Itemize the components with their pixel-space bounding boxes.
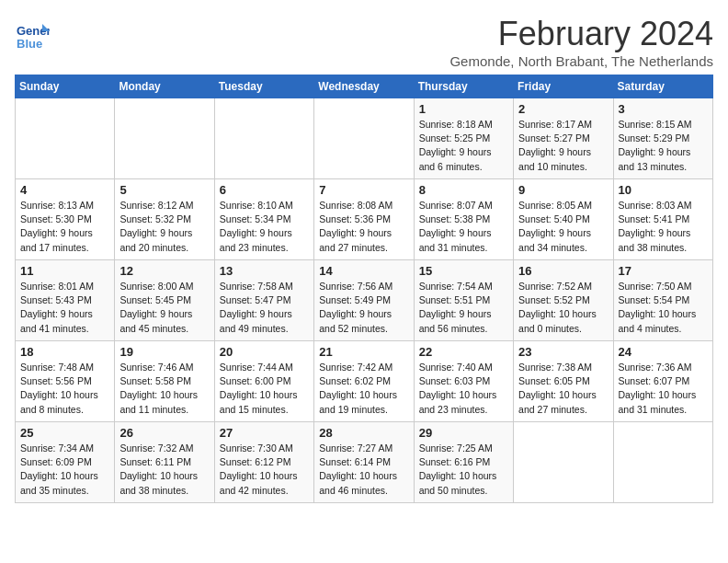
month-title: February 2024 [449,15,713,53]
cell-content: Sunrise: 8:15 AM Sunset: 5:29 PM Dayligh… [619,118,708,174]
cell-content: Sunrise: 7:54 AM Sunset: 5:51 PM Dayligh… [419,280,508,336]
calendar-cell: 10Sunrise: 8:03 AM Sunset: 5:41 PM Dayli… [613,179,712,260]
cell-content: Sunrise: 7:52 AM Sunset: 5:52 PM Dayligh… [518,280,608,336]
day-number: 4 [20,183,109,197]
calendar-cell: 20Sunrise: 7:44 AM Sunset: 6:00 PM Dayli… [214,341,313,422]
cell-content: Sunrise: 8:13 AM Sunset: 5:30 PM Dayligh… [20,199,109,255]
calendar-week-row: 11Sunrise: 8:01 AM Sunset: 5:43 PM Dayli… [16,260,713,341]
day-number: 11 [20,264,109,278]
cell-content: Sunrise: 7:38 AM Sunset: 6:05 PM Dayligh… [518,361,608,417]
calendar-cell: 14Sunrise: 7:56 AM Sunset: 5:49 PM Dayli… [314,260,414,341]
calendar-cell: 27Sunrise: 7:30 AM Sunset: 6:12 PM Dayli… [214,422,313,503]
day-number: 28 [319,426,408,440]
day-number: 1 [419,102,508,116]
cell-content: Sunrise: 7:42 AM Sunset: 6:02 PM Dayligh… [319,361,408,417]
cell-content: Sunrise: 8:03 AM Sunset: 5:41 PM Dayligh… [619,199,708,255]
calendar-cell: 2Sunrise: 8:17 AM Sunset: 5:27 PM Daylig… [514,98,613,179]
day-number: 26 [119,426,209,440]
calendar-cell [115,98,214,179]
calendar-cell: 5Sunrise: 8:12 AM Sunset: 5:32 PM Daylig… [115,179,214,260]
cell-content: Sunrise: 8:10 AM Sunset: 5:34 PM Dayligh… [220,199,309,255]
calendar-week-row: 1Sunrise: 8:18 AM Sunset: 5:25 PM Daylig… [16,98,713,179]
day-number: 29 [419,426,508,440]
day-number: 8 [419,183,508,197]
day-number: 27 [220,426,309,440]
calendar-cell [613,422,712,503]
day-number: 9 [518,183,608,197]
cell-content: Sunrise: 7:44 AM Sunset: 6:00 PM Dayligh… [220,361,309,417]
page-header: General Blue February 2024 Gemonde, Nort… [15,15,713,69]
calendar-cell: 7Sunrise: 8:08 AM Sunset: 5:36 PM Daylig… [314,179,414,260]
cell-content: Sunrise: 7:48 AM Sunset: 5:56 PM Dayligh… [20,361,109,417]
cell-content: Sunrise: 7:40 AM Sunset: 6:03 PM Dayligh… [419,361,508,417]
calendar-cell [214,98,313,179]
day-number: 6 [220,183,309,197]
calendar-week-row: 4Sunrise: 8:13 AM Sunset: 5:30 PM Daylig… [16,179,713,260]
day-number: 19 [119,345,209,359]
day-number: 21 [319,345,408,359]
cell-content: Sunrise: 7:27 AM Sunset: 6:14 PM Dayligh… [319,442,408,498]
cell-content: Sunrise: 8:17 AM Sunset: 5:27 PM Dayligh… [518,118,608,174]
calendar-cell: 19Sunrise: 7:46 AM Sunset: 5:58 PM Dayli… [115,341,214,422]
logo: General Blue [15,18,53,53]
day-number: 22 [419,345,508,359]
day-number: 10 [619,183,708,197]
cell-content: Sunrise: 7:36 AM Sunset: 6:07 PM Dayligh… [619,361,708,417]
weekday-header: Friday [514,75,613,98]
cell-content: Sunrise: 7:30 AM Sunset: 6:12 PM Dayligh… [220,442,309,498]
day-number: 3 [619,102,708,116]
cell-content: Sunrise: 7:46 AM Sunset: 5:58 PM Dayligh… [119,361,209,417]
weekday-header: Tuesday [214,75,313,98]
weekday-header: Monday [115,75,214,98]
calendar-cell: 22Sunrise: 7:40 AM Sunset: 6:03 PM Dayli… [414,341,513,422]
cell-content: Sunrise: 8:01 AM Sunset: 5:43 PM Dayligh… [20,280,109,336]
calendar-table: SundayMondayTuesdayWednesdayThursdayFrid… [15,75,713,503]
cell-content: Sunrise: 8:08 AM Sunset: 5:36 PM Dayligh… [319,199,408,255]
day-number: 17 [619,264,708,278]
day-number: 15 [419,264,508,278]
calendar-cell: 15Sunrise: 7:54 AM Sunset: 5:51 PM Dayli… [414,260,513,341]
cell-content: Sunrise: 7:32 AM Sunset: 6:11 PM Dayligh… [119,442,209,498]
day-number: 18 [20,345,109,359]
calendar-cell [314,98,414,179]
cell-content: Sunrise: 7:56 AM Sunset: 5:49 PM Dayligh… [319,280,408,336]
day-number: 12 [119,264,209,278]
calendar-cell: 6Sunrise: 8:10 AM Sunset: 5:34 PM Daylig… [214,179,313,260]
day-number: 23 [518,345,608,359]
calendar-cell: 21Sunrise: 7:42 AM Sunset: 6:02 PM Dayli… [314,341,414,422]
cell-content: Sunrise: 7:25 AM Sunset: 6:16 PM Dayligh… [419,442,508,498]
weekday-header: Sunday [16,75,115,98]
cell-content: Sunrise: 7:50 AM Sunset: 5:54 PM Dayligh… [619,280,708,336]
calendar-cell: 4Sunrise: 8:13 AM Sunset: 5:30 PM Daylig… [16,179,115,260]
calendar-cell: 23Sunrise: 7:38 AM Sunset: 6:05 PM Dayli… [514,341,613,422]
calendar-cell: 18Sunrise: 7:48 AM Sunset: 5:56 PM Dayli… [16,341,115,422]
calendar-cell: 16Sunrise: 7:52 AM Sunset: 5:52 PM Dayli… [514,260,613,341]
calendar-cell: 8Sunrise: 8:07 AM Sunset: 5:38 PM Daylig… [414,179,513,260]
cell-content: Sunrise: 7:34 AM Sunset: 6:09 PM Dayligh… [20,442,109,498]
calendar-week-row: 18Sunrise: 7:48 AM Sunset: 5:56 PM Dayli… [16,341,713,422]
calendar-cell: 26Sunrise: 7:32 AM Sunset: 6:11 PM Dayli… [115,422,214,503]
location: Gemonde, North Brabant, The Netherlands [449,53,713,69]
svg-text:Blue: Blue [17,37,42,51]
day-number: 2 [518,102,608,116]
calendar-cell: 3Sunrise: 8:15 AM Sunset: 5:29 PM Daylig… [613,98,712,179]
calendar-cell [16,98,115,179]
day-number: 20 [220,345,309,359]
calendar-cell: 9Sunrise: 8:05 AM Sunset: 5:40 PM Daylig… [514,179,613,260]
weekday-header: Thursday [414,75,513,98]
calendar-cell: 24Sunrise: 7:36 AM Sunset: 6:07 PM Dayli… [613,341,712,422]
cell-content: Sunrise: 8:00 AM Sunset: 5:45 PM Dayligh… [119,280,209,336]
cell-content: Sunrise: 7:58 AM Sunset: 5:47 PM Dayligh… [220,280,309,336]
calendar-cell: 29Sunrise: 7:25 AM Sunset: 6:16 PM Dayli… [414,422,513,503]
day-number: 14 [319,264,408,278]
logo-icon: General Blue [15,18,50,53]
calendar-week-row: 25Sunrise: 7:34 AM Sunset: 6:09 PM Dayli… [16,422,713,503]
cell-content: Sunrise: 8:18 AM Sunset: 5:25 PM Dayligh… [419,118,508,174]
calendar-cell: 12Sunrise: 8:00 AM Sunset: 5:45 PM Dayli… [115,260,214,341]
calendar-cell: 13Sunrise: 7:58 AM Sunset: 5:47 PM Dayli… [214,260,313,341]
calendar-cell: 11Sunrise: 8:01 AM Sunset: 5:43 PM Dayli… [16,260,115,341]
cell-content: Sunrise: 8:05 AM Sunset: 5:40 PM Dayligh… [518,199,608,255]
title-block: February 2024 Gemonde, North Brabant, Th… [449,15,713,69]
calendar-cell: 1Sunrise: 8:18 AM Sunset: 5:25 PM Daylig… [414,98,513,179]
calendar-cell: 17Sunrise: 7:50 AM Sunset: 5:54 PM Dayli… [613,260,712,341]
